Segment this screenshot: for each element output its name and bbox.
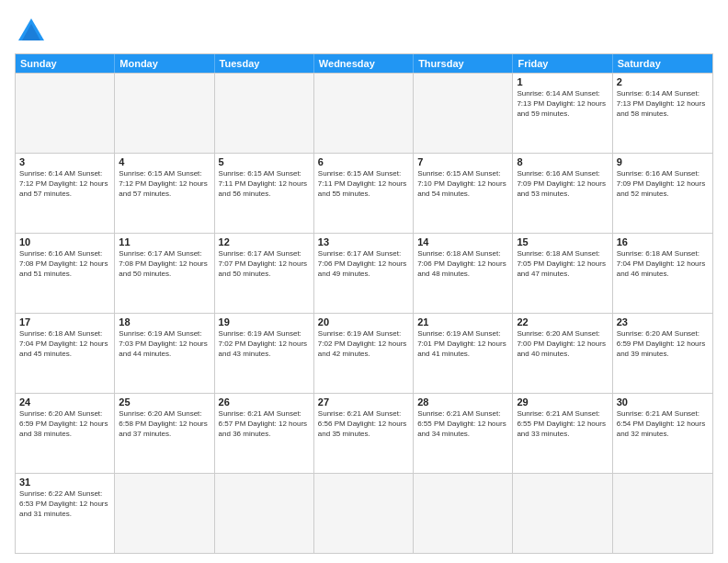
calendar-cell: 5Sunrise: 6:15 AM Sunset: 7:11 PM Daylig… [215,154,314,233]
calendar-cell: 2Sunrise: 6:14 AM Sunset: 7:13 PM Daylig… [613,74,712,153]
day-info: Sunrise: 6:19 AM Sunset: 7:02 PM Dayligh… [318,329,409,359]
day-number: 15 [517,236,608,247]
calendar-body: 1Sunrise: 6:14 AM Sunset: 7:13 PM Daylig… [16,73,712,553]
day-number: 1 [517,76,608,87]
day-number: 3 [19,156,110,167]
calendar-cell [16,74,115,153]
calendar-week-row: 10Sunrise: 6:16 AM Sunset: 7:08 PM Dayli… [16,233,712,313]
day-number: 8 [517,156,608,167]
day-info: Sunrise: 6:14 AM Sunset: 7:12 PM Dayligh… [19,169,110,199]
day-info: Sunrise: 6:15 AM Sunset: 7:10 PM Dayligh… [417,169,508,199]
calendar-cell: 20Sunrise: 6:19 AM Sunset: 7:02 PM Dayli… [314,314,414,393]
day-number: 23 [617,316,709,327]
day-number: 16 [617,236,709,247]
calendar-cell: 23Sunrise: 6:20 AM Sunset: 6:59 PM Dayli… [613,314,712,393]
calendar-week-row: 1Sunrise: 6:14 AM Sunset: 7:13 PM Daylig… [16,73,712,153]
calendar-cell: 28Sunrise: 6:21 AM Sunset: 6:55 PM Dayli… [414,394,513,473]
calendar-header-row: SundayMondayTuesdayWednesdayThursdayFrid… [16,54,712,73]
calendar-cell: 17Sunrise: 6:18 AM Sunset: 7:04 PM Dayli… [16,314,115,393]
calendar-cell: 18Sunrise: 6:19 AM Sunset: 7:03 PM Dayli… [115,314,214,393]
calendar-cell: 8Sunrise: 6:16 AM Sunset: 7:09 PM Daylig… [513,154,612,233]
calendar-week-row: 3Sunrise: 6:14 AM Sunset: 7:12 PM Daylig… [16,153,712,233]
calendar-cell [115,474,214,553]
day-info: Sunrise: 6:15 AM Sunset: 7:11 PM Dayligh… [318,169,409,199]
day-info: Sunrise: 6:20 AM Sunset: 6:59 PM Dayligh… [19,409,110,439]
day-info: Sunrise: 6:18 AM Sunset: 7:04 PM Dayligh… [617,249,709,279]
day-number: 4 [119,156,210,167]
day-info: Sunrise: 6:19 AM Sunset: 7:03 PM Dayligh… [119,329,210,359]
day-info: Sunrise: 6:21 AM Sunset: 6:55 PM Dayligh… [417,409,508,439]
calendar-cell: 15Sunrise: 6:18 AM Sunset: 7:05 PM Dayli… [513,234,612,313]
day-info: Sunrise: 6:17 AM Sunset: 7:06 PM Dayligh… [318,249,409,279]
calendar-cell [513,474,612,553]
calendar-cell: 22Sunrise: 6:20 AM Sunset: 7:00 PM Dayli… [513,314,612,393]
calendar-cell [414,74,513,153]
calendar-cell: 21Sunrise: 6:19 AM Sunset: 7:01 PM Dayli… [414,314,513,393]
calendar-week-row: 24Sunrise: 6:20 AM Sunset: 6:59 PM Dayli… [16,393,712,473]
logo [15,15,51,48]
calendar-cell [314,474,414,553]
day-number: 11 [119,236,210,247]
day-number: 7 [417,156,508,167]
calendar-cell: 3Sunrise: 6:14 AM Sunset: 7:12 PM Daylig… [16,154,115,233]
day-number: 30 [617,396,709,408]
day-number: 5 [219,156,310,167]
calendar-cell [613,474,712,553]
day-info: Sunrise: 6:16 AM Sunset: 7:09 PM Dayligh… [617,169,709,199]
calendar-cell: 10Sunrise: 6:16 AM Sunset: 7:08 PM Dayli… [16,234,115,313]
day-info: Sunrise: 6:17 AM Sunset: 7:08 PM Dayligh… [119,249,210,279]
cal-header-cell: Saturday [613,54,712,73]
calendar-cell [215,474,314,553]
day-number: 17 [19,316,110,327]
cal-header-cell: Monday [115,54,214,73]
day-info: Sunrise: 6:15 AM Sunset: 7:11 PM Dayligh… [219,169,310,199]
day-info: Sunrise: 6:19 AM Sunset: 7:01 PM Dayligh… [417,329,508,359]
calendar-cell: 24Sunrise: 6:20 AM Sunset: 6:59 PM Dayli… [16,394,115,473]
day-info: Sunrise: 6:18 AM Sunset: 7:04 PM Dayligh… [19,329,110,359]
day-info: Sunrise: 6:22 AM Sunset: 6:53 PM Dayligh… [19,489,110,519]
day-info: Sunrise: 6:18 AM Sunset: 7:05 PM Dayligh… [517,249,608,279]
cal-header-cell: Tuesday [215,54,314,73]
day-number: 2 [617,76,709,87]
day-number: 10 [19,236,110,247]
day-info: Sunrise: 6:15 AM Sunset: 7:12 PM Dayligh… [119,169,210,199]
day-info: Sunrise: 6:21 AM Sunset: 6:57 PM Dayligh… [219,409,310,439]
day-number: 21 [417,316,508,327]
day-info: Sunrise: 6:21 AM Sunset: 6:54 PM Dayligh… [617,409,709,439]
calendar-cell [115,74,214,153]
day-info: Sunrise: 6:20 AM Sunset: 6:59 PM Dayligh… [617,329,709,359]
calendar-cell: 31Sunrise: 6:22 AM Sunset: 6:53 PM Dayli… [16,474,115,553]
day-number: 22 [517,316,608,327]
day-info: Sunrise: 6:14 AM Sunset: 7:13 PM Dayligh… [517,89,608,119]
cal-header-cell: Wednesday [314,54,414,73]
calendar: SundayMondayTuesdayWednesdayThursdayFrid… [15,53,713,554]
cal-header-cell: Friday [513,54,612,73]
calendar-cell: 12Sunrise: 6:17 AM Sunset: 7:07 PM Dayli… [215,234,314,313]
calendar-cell: 11Sunrise: 6:17 AM Sunset: 7:08 PM Dayli… [115,234,214,313]
day-info: Sunrise: 6:14 AM Sunset: 7:13 PM Dayligh… [617,89,709,119]
day-info: Sunrise: 6:16 AM Sunset: 7:09 PM Dayligh… [517,169,608,199]
day-number: 26 [219,396,310,408]
day-info: Sunrise: 6:18 AM Sunset: 7:06 PM Dayligh… [417,249,508,279]
calendar-week-row: 17Sunrise: 6:18 AM Sunset: 7:04 PM Dayli… [16,313,712,393]
day-number: 31 [19,477,110,488]
calendar-cell: 9Sunrise: 6:16 AM Sunset: 7:09 PM Daylig… [613,154,712,233]
calendar-cell [414,474,513,553]
day-number: 9 [617,156,709,167]
calendar-cell: 16Sunrise: 6:18 AM Sunset: 7:04 PM Dayli… [613,234,712,313]
calendar-cell: 14Sunrise: 6:18 AM Sunset: 7:06 PM Dayli… [414,234,513,313]
day-number: 13 [318,236,409,247]
day-number: 19 [219,316,310,327]
calendar-week-row: 31Sunrise: 6:22 AM Sunset: 6:53 PM Dayli… [16,473,712,553]
day-info: Sunrise: 6:20 AM Sunset: 6:58 PM Dayligh… [119,409,210,439]
calendar-cell: 19Sunrise: 6:19 AM Sunset: 7:02 PM Dayli… [215,314,314,393]
calendar-cell: 13Sunrise: 6:17 AM Sunset: 7:06 PM Dayli… [314,234,414,313]
day-number: 25 [119,396,210,408]
day-number: 12 [219,236,310,247]
calendar-cell [314,74,414,153]
calendar-cell: 25Sunrise: 6:20 AM Sunset: 6:58 PM Dayli… [115,394,214,473]
day-number: 27 [318,396,409,408]
logo-icon [15,15,48,48]
header [15,11,713,48]
calendar-cell: 30Sunrise: 6:21 AM Sunset: 6:54 PM Dayli… [613,394,712,473]
